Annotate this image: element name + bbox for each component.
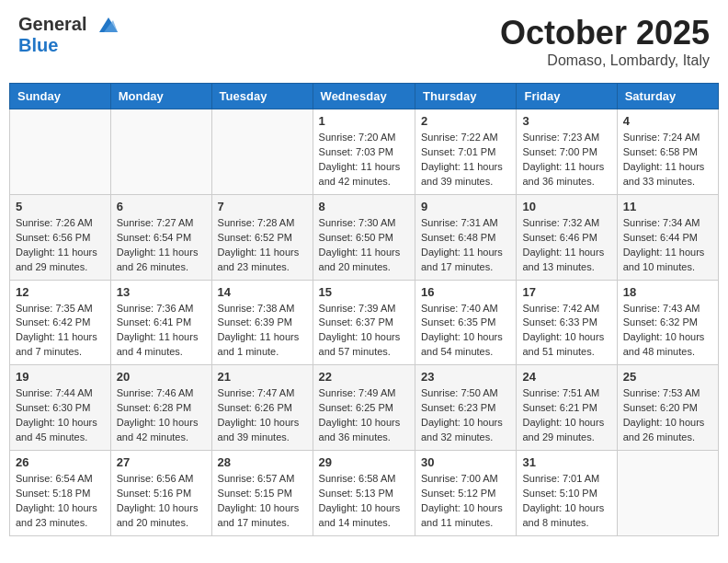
calendar-cell — [10, 109, 111, 195]
day-info: Sunrise: 7:26 AM Sunset: 6:56 PM Dayligh… — [16, 216, 105, 275]
day-number: 24 — [522, 370, 610, 384]
calendar-cell: 2Sunrise: 7:22 AM Sunset: 7:01 PM Daylig… — [415, 109, 517, 195]
day-number: 16 — [421, 285, 510, 299]
day-number: 7 — [218, 200, 307, 213]
day-number: 1 — [319, 114, 409, 128]
days-header-row: SundayMondayTuesdayWednesdayThursdayFrid… — [10, 84, 719, 109]
day-info: Sunrise: 7:51 AM Sunset: 6:21 PM Dayligh… — [522, 386, 610, 445]
day-header-saturday: Saturday — [617, 84, 718, 109]
day-number: 12 — [16, 285, 105, 299]
calendar-cell: 27Sunrise: 6:56 AM Sunset: 5:16 PM Dayli… — [110, 451, 211, 536]
day-number: 19 — [16, 370, 105, 384]
day-number: 11 — [623, 200, 712, 213]
calendar-cell: 29Sunrise: 6:58 AM Sunset: 5:13 PM Dayli… — [313, 451, 415, 536]
day-info: Sunrise: 7:35 AM Sunset: 6:42 PM Dayligh… — [16, 302, 105, 361]
calendar-cell: 31Sunrise: 7:01 AM Sunset: 5:10 PM Dayli… — [517, 451, 617, 536]
day-info: Sunrise: 6:57 AM Sunset: 5:15 PM Dayligh… — [218, 472, 307, 531]
calendar-cell: 14Sunrise: 7:38 AM Sunset: 6:39 PM Dayli… — [211, 280, 313, 365]
calendar-cell: 19Sunrise: 7:44 AM Sunset: 6:30 PM Dayli… — [10, 365, 111, 451]
day-info: Sunrise: 7:50 AM Sunset: 6:23 PM Dayligh… — [421, 386, 510, 445]
calendar-cell — [110, 109, 211, 195]
day-header-monday: Monday — [110, 84, 211, 109]
day-number: 9 — [421, 200, 510, 213]
calendar-cell: 6Sunrise: 7:27 AM Sunset: 6:54 PM Daylig… — [110, 194, 211, 280]
day-info: Sunrise: 6:54 AM Sunset: 5:18 PM Dayligh… — [16, 472, 105, 531]
day-number: 17 — [522, 285, 610, 299]
day-info: Sunrise: 7:01 AM Sunset: 5:10 PM Dayligh… — [522, 472, 610, 531]
day-number: 22 — [319, 370, 409, 384]
day-number: 30 — [421, 455, 510, 469]
calendar-cell: 20Sunrise: 7:46 AM Sunset: 6:28 PM Dayli… — [110, 365, 211, 451]
day-number: 29 — [319, 455, 409, 469]
day-number: 26 — [16, 455, 105, 469]
day-info: Sunrise: 7:53 AM Sunset: 6:20 PM Dayligh… — [623, 386, 712, 445]
day-info: Sunrise: 6:58 AM Sunset: 5:13 PM Dayligh… — [319, 472, 409, 531]
day-header-wednesday: Wednesday — [313, 84, 415, 109]
day-number: 27 — [117, 455, 206, 469]
calendar-cell: 22Sunrise: 7:49 AM Sunset: 6:25 PM Dayli… — [313, 365, 415, 451]
day-header-tuesday: Tuesday — [211, 84, 313, 109]
location-text: Domaso, Lombardy, Italy — [500, 52, 710, 69]
day-info: Sunrise: 6:56 AM Sunset: 5:16 PM Dayligh… — [117, 472, 206, 531]
day-number: 5 — [16, 200, 105, 213]
logo-blue-text: Blue — [18, 35, 58, 56]
calendar-cell: 1Sunrise: 7:20 AM Sunset: 7:03 PM Daylig… — [313, 109, 415, 195]
calendar-cell: 9Sunrise: 7:31 AM Sunset: 6:48 PM Daylig… — [415, 194, 517, 280]
day-info: Sunrise: 7:32 AM Sunset: 6:46 PM Dayligh… — [522, 216, 610, 275]
day-header-sunday: Sunday — [10, 84, 111, 109]
page-header: General Blue October 2025 Domaso, Lombar… — [9, 9, 719, 74]
day-info: Sunrise: 7:38 AM Sunset: 6:39 PM Dayligh… — [218, 302, 307, 361]
calendar-cell: 3Sunrise: 7:23 AM Sunset: 7:00 PM Daylig… — [517, 109, 617, 195]
calendar-cell: 15Sunrise: 7:39 AM Sunset: 6:37 PM Dayli… — [313, 280, 415, 365]
logo-general-text: General — [18, 14, 86, 35]
day-number: 28 — [218, 455, 307, 469]
day-info: Sunrise: 7:49 AM Sunset: 6:25 PM Dayligh… — [319, 386, 409, 445]
calendar-cell — [211, 109, 313, 195]
logo: General Blue — [18, 14, 118, 56]
day-number: 31 — [522, 455, 610, 469]
day-info: Sunrise: 7:20 AM Sunset: 7:03 PM Dayligh… — [319, 131, 409, 190]
calendar-week-row: 19Sunrise: 7:44 AM Sunset: 6:30 PM Dayli… — [10, 365, 719, 451]
day-info: Sunrise: 7:43 AM Sunset: 6:32 PM Dayligh… — [623, 302, 712, 361]
day-number: 20 — [117, 370, 206, 384]
calendar-cell: 18Sunrise: 7:43 AM Sunset: 6:32 PM Dayli… — [617, 280, 718, 365]
day-number: 21 — [218, 370, 307, 384]
calendar-cell: 16Sunrise: 7:40 AM Sunset: 6:35 PM Dayli… — [415, 280, 517, 365]
calendar-cell — [617, 451, 718, 536]
calendar-cell: 8Sunrise: 7:30 AM Sunset: 6:50 PM Daylig… — [313, 194, 415, 280]
calendar-cell: 28Sunrise: 6:57 AM Sunset: 5:15 PM Dayli… — [211, 451, 313, 536]
day-info: Sunrise: 7:44 AM Sunset: 6:30 PM Dayligh… — [16, 386, 105, 445]
day-number: 4 — [623, 114, 712, 128]
day-info: Sunrise: 7:34 AM Sunset: 6:44 PM Dayligh… — [623, 216, 712, 275]
day-number: 8 — [319, 200, 409, 213]
day-number: 15 — [319, 285, 409, 299]
day-number: 14 — [218, 285, 307, 299]
calendar-cell: 23Sunrise: 7:50 AM Sunset: 6:23 PM Dayli… — [415, 365, 517, 451]
day-info: Sunrise: 7:46 AM Sunset: 6:28 PM Dayligh… — [117, 386, 206, 445]
day-info: Sunrise: 7:31 AM Sunset: 6:48 PM Dayligh… — [421, 216, 510, 275]
calendar-week-row: 5Sunrise: 7:26 AM Sunset: 6:56 PM Daylig… — [10, 194, 719, 280]
logo-icon — [90, 16, 118, 34]
day-info: Sunrise: 7:23 AM Sunset: 7:00 PM Dayligh… — [522, 131, 610, 190]
day-number: 2 — [421, 114, 510, 128]
month-title: October 2025 — [500, 14, 710, 52]
calendar-week-row: 26Sunrise: 6:54 AM Sunset: 5:18 PM Dayli… — [10, 451, 719, 536]
day-number: 18 — [623, 285, 712, 299]
calendar-cell: 5Sunrise: 7:26 AM Sunset: 6:56 PM Daylig… — [10, 194, 111, 280]
calendar-table: SundayMondayTuesdayWednesdayThursdayFrid… — [9, 83, 719, 536]
calendar-cell: 30Sunrise: 7:00 AM Sunset: 5:12 PM Dayli… — [415, 451, 517, 536]
day-info: Sunrise: 7:24 AM Sunset: 6:58 PM Dayligh… — [623, 131, 712, 190]
day-number: 10 — [522, 200, 610, 213]
calendar-cell: 11Sunrise: 7:34 AM Sunset: 6:44 PM Dayli… — [617, 194, 718, 280]
day-info: Sunrise: 7:47 AM Sunset: 6:26 PM Dayligh… — [218, 386, 307, 445]
calendar-cell: 13Sunrise: 7:36 AM Sunset: 6:41 PM Dayli… — [110, 280, 211, 365]
day-info: Sunrise: 7:28 AM Sunset: 6:52 PM Dayligh… — [218, 216, 307, 275]
day-info: Sunrise: 7:22 AM Sunset: 7:01 PM Dayligh… — [421, 131, 510, 190]
day-number: 23 — [421, 370, 510, 384]
calendar-cell: 4Sunrise: 7:24 AM Sunset: 6:58 PM Daylig… — [617, 109, 718, 195]
calendar-week-row: 1Sunrise: 7:20 AM Sunset: 7:03 PM Daylig… — [10, 109, 719, 195]
day-number: 25 — [623, 370, 712, 384]
day-info: Sunrise: 7:00 AM Sunset: 5:12 PM Dayligh… — [421, 472, 510, 531]
day-info: Sunrise: 7:39 AM Sunset: 6:37 PM Dayligh… — [319, 302, 409, 361]
calendar-cell: 17Sunrise: 7:42 AM Sunset: 6:33 PM Dayli… — [517, 280, 617, 365]
